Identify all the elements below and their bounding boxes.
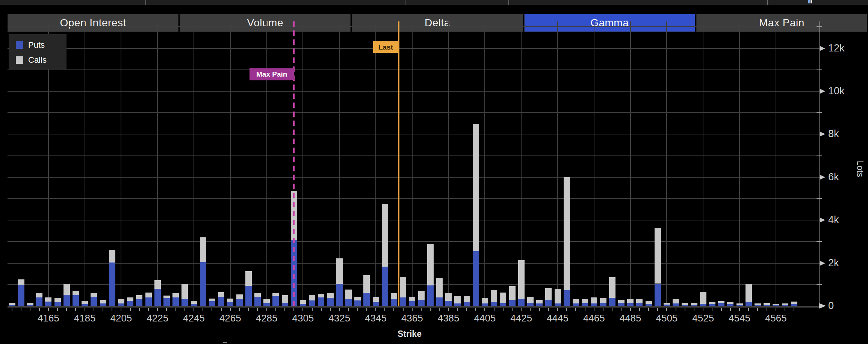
calls-bar-4170 [54, 298, 61, 302]
calls-bar-4375 [427, 244, 434, 285]
x-tick [157, 308, 158, 311]
puts-bar-4335 [354, 300, 361, 306]
puts-swatch [16, 41, 23, 49]
x-tick [166, 308, 167, 311]
x-tick [130, 308, 131, 311]
calls-bar-4380 [436, 278, 443, 297]
calls-bar-4205 [118, 299, 124, 303]
x-tick [330, 308, 331, 311]
v-gridline [666, 21, 667, 306]
x-tick [257, 308, 258, 311]
calls-bar-4220 [145, 293, 152, 297]
x-tick [657, 308, 658, 311]
x-tick [603, 308, 603, 311]
x-tick-label: 4425 [510, 312, 532, 324]
h-gridline [8, 220, 820, 220]
x-tick-label: 4325 [328, 312, 350, 324]
calls-bar-4370 [418, 291, 425, 300]
puts-bar-4310 [309, 300, 315, 306]
x-tick [248, 308, 249, 311]
last-price-flag: Last [373, 41, 399, 53]
calls-bar-4480 [618, 300, 625, 303]
x-tick-label: 4525 [692, 312, 714, 324]
x-tick [348, 308, 349, 311]
y-major-tick [820, 261, 825, 266]
x-tick [321, 308, 322, 311]
x-tick [712, 308, 712, 311]
puts-bar-4475 [609, 298, 615, 306]
v-gridline [594, 21, 594, 306]
calls-bar-4520 [691, 303, 697, 305]
calls-bar-4195 [100, 300, 106, 303]
calls-bar-4145 [9, 303, 15, 305]
x-tick [393, 308, 394, 311]
puts-bar-4175 [64, 295, 70, 306]
x-tick-label: 4165 [38, 312, 59, 324]
calls-bar-4310 [309, 295, 315, 300]
calls-bar-4165 [45, 297, 51, 302]
x-tick [293, 308, 294, 311]
x-tick-label: 4345 [365, 312, 387, 324]
x-tick [685, 308, 685, 311]
x-tick [175, 308, 176, 311]
calls-bar-4245 [191, 301, 197, 304]
x-tick-label: 4445 [547, 312, 569, 324]
calls-bar-4305 [300, 300, 306, 304]
calls-bar-4550 [746, 284, 752, 302]
x-tick [203, 308, 203, 311]
calls-bar-4265 [227, 299, 233, 302]
x-tick [21, 308, 21, 311]
puts-bar-4210 [127, 301, 133, 306]
puts-bar-4280 [254, 297, 261, 306]
x-tick [384, 308, 385, 311]
puts-bar-4325 [336, 284, 343, 306]
x-tick-label: 4465 [583, 312, 605, 324]
x-tick [730, 308, 731, 311]
y-major-tick [820, 303, 825, 309]
v-gridline [85, 21, 85, 306]
x-tick [121, 308, 121, 311]
y-major-tick [820, 46, 825, 51]
h-gridline [8, 91, 820, 92]
puts-bar-4200 [109, 263, 115, 306]
x-tick [512, 308, 513, 311]
puts-bar-4385 [445, 301, 452, 306]
calls-bar-4355 [391, 293, 397, 299]
calls-bar-4350 [382, 204, 388, 267]
y-tick-label: 0 [828, 300, 834, 312]
x-tick [612, 308, 612, 311]
calls-bar-4395 [464, 296, 470, 302]
y-major-tick [820, 217, 825, 223]
v-gridline [448, 21, 449, 306]
puts-bar-4350 [382, 267, 388, 306]
v-gridline [375, 21, 376, 306]
x-tick [767, 308, 767, 311]
calls-bar-4410 [491, 290, 497, 302]
puts-bar-4360 [400, 297, 406, 306]
x-tick [503, 308, 504, 311]
x-tick [302, 308, 303, 311]
max-pain-line [293, 21, 295, 306]
puts-bar-4330 [345, 299, 352, 306]
h-gridline [8, 198, 820, 199]
x-tick [666, 308, 667, 311]
puts-bar-4225 [154, 289, 161, 306]
x-tick [548, 308, 549, 311]
x-tick [566, 308, 567, 311]
x-axis-line [8, 306, 821, 306]
h-gridline [8, 263, 820, 264]
calls-bar-4150 [18, 279, 24, 285]
gamma-chart: Max Pain Last 02k4k6k8k10k12k41654185420… [0, 0, 868, 344]
calls-bar-4330 [345, 290, 352, 299]
calls-bar-4385 [445, 293, 452, 301]
calls-bar-4295 [282, 295, 288, 303]
calls-bar-4555 [755, 303, 761, 305]
x-tick-label: 4405 [474, 312, 496, 324]
y-tick-label: 4k [828, 214, 839, 226]
x-tick [639, 308, 640, 311]
calls-bar-4210 [127, 297, 133, 301]
y-minor-tick [817, 26, 822, 27]
calls-bar-4445 [555, 289, 561, 303]
puts-bar-4400 [473, 251, 479, 306]
y-tick-label: 8k [828, 128, 839, 140]
